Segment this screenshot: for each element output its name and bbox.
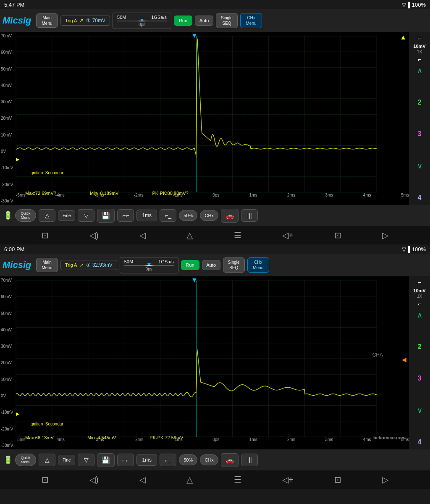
toolbar-2: Micsig MainMenu Trig A ↗ ① 32.93mV 50M 1… [0, 254, 430, 276]
arrow-right-2: ◀ [402, 356, 406, 363]
quick-menu-btn-2[interactable]: QuickMenu [15, 454, 36, 466]
back-icon-1[interactable]: ◁ [139, 230, 146, 240]
fine-btn-2[interactable]: Fine [58, 455, 75, 465]
auto-btn-1[interactable]: Auto [195, 16, 213, 26]
down-btn-1[interactable]: ▽ [78, 209, 94, 222]
screenshot-icon-1[interactable]: ⊡ [42, 230, 49, 240]
pw-btn-2[interactable]: ⌐⌐ [117, 454, 134, 466]
down-btn-2[interactable]: ▽ [78, 454, 94, 466]
trig-arrow-2: ↗ [79, 262, 84, 268]
timebase-line-2 [124, 265, 174, 266]
tb-right-1: 1GSa/s [151, 15, 167, 20]
trig-value-1: ① 70mV [86, 18, 105, 24]
ch2-num-1[interactable]: 2 [416, 97, 423, 108]
battery-icon-btn-2[interactable]: 🔋 [3, 455, 13, 465]
chx-menu-btn-1[interactable]: CHxMenu [240, 13, 262, 28]
fine-btn-1[interactable]: Fine [58, 210, 75, 221]
run-btn-1[interactable]: Run [174, 16, 192, 26]
auto-btn-2[interactable]: Auto [202, 260, 220, 270]
vol-up-icon-2[interactable]: ◁+ [282, 475, 294, 485]
brand-2: Micsig [3, 260, 32, 270]
android-nav-1: ⊡ ◁) ◁ △ ☰ ◁+ ⊡ ▷ [0, 226, 430, 244]
chx-menu-btn-2[interactable]: CHxMenu [247, 257, 269, 273]
tb-left-2: 50M [124, 259, 133, 264]
up-btn-2[interactable]: △ [39, 454, 55, 466]
bars-btn-1[interactable]: ||| [241, 209, 258, 222]
single-seq-btn-1[interactable]: SingleSEQ [216, 13, 238, 28]
ch4-num-1[interactable]: 4 [416, 192, 423, 203]
scope-canvas-1[interactable] [0, 32, 380, 205]
sine-btn-2[interactable]: ⌐_ [160, 454, 176, 466]
scope-sidebar-2: ⌐ 10mV 1X ⌐ ∧ 2 3 ∨ 4 [409, 276, 430, 449]
vol-down-icon-2[interactable]: ◁) [89, 475, 99, 485]
pw-btn-1[interactable]: ⌐⌐ [117, 209, 134, 222]
timebase-line-1 [117, 21, 167, 21]
percent-btn-1[interactable]: 50% [179, 210, 197, 221]
run-btn-2[interactable]: Run [181, 260, 199, 270]
single-seq-btn-2[interactable]: SingleSEQ [223, 257, 245, 273]
signal-label-1: Ignition_Secondar [29, 171, 63, 175]
screenshot-icon-2[interactable]: ⊡ [42, 475, 49, 485]
screen1: 5:47 PM ▽ ▌100% Micsig MainMenu Trig A ↗… [0, 0, 430, 244]
wave-icon-1: ⌐ [417, 34, 422, 43]
status-time-1: 5:47 PM [4, 2, 24, 8]
signal-label-2: Ignition_Secondar [29, 422, 63, 426]
time-btn-1[interactable]: 1ms [136, 210, 157, 221]
screen2: 6:00 PM ▽ ▌100% Micsig MainMenu Trig A ↗… [0, 244, 430, 489]
main-menu-btn-2[interactable]: MainMenu [36, 258, 58, 272]
menu-icon-1[interactable]: ☰ [234, 230, 241, 240]
ch3-num-1[interactable]: 3 [416, 129, 423, 139]
tb-left-1: 50M [117, 15, 126, 20]
y-labels-1: 70mV 60mV 50mV 40mV 30mV 20mV 10mV 0V -1… [1, 32, 16, 205]
ch3-num-2[interactable]: 3 [416, 373, 423, 384]
save-btn-1[interactable]: 💾 [97, 209, 115, 223]
battery-icon-btn-1[interactable]: 🔋 [3, 211, 13, 220]
time-btn-2[interactable]: 1ms [136, 454, 157, 466]
chevron-down-1[interactable]: ∨ [415, 160, 424, 172]
stat-max-1: Max:72.69mV? [25, 191, 56, 196]
up-btn-1[interactable]: △ [39, 209, 55, 222]
trig-marker-1: ▼ [191, 32, 198, 39]
ch4-num-2[interactable]: 4 [416, 437, 423, 448]
tb-right-2: 1GSa/s [158, 259, 174, 264]
vol-down-icon-1[interactable]: ◁) [89, 230, 99, 240]
ch2-num-2[interactable]: 2 [416, 341, 423, 352]
quick-menu-btn-1[interactable]: QuickMenu [15, 209, 36, 222]
chx-btn-2[interactable]: CHx [200, 454, 218, 465]
wave-icon2-2: ⌐ [417, 299, 422, 308]
vol-up-icon-1[interactable]: ◁+ [282, 230, 294, 240]
back-icon-2[interactable]: ◁ [139, 475, 146, 485]
play-icon-1[interactable]: ▷ [382, 230, 388, 240]
chx-btn-1[interactable]: CHx [200, 210, 218, 221]
cha-label: CHA [371, 351, 385, 359]
ch1-probe-2: 1X [417, 294, 422, 299]
cast-icon-1[interactable]: ⊡ [334, 230, 341, 240]
chevron-down-2[interactable]: ∨ [415, 404, 424, 417]
status-right-1: ▽ ▌100% [402, 2, 426, 8]
sine-btn-1[interactable]: ⌐_ [160, 209, 176, 222]
chevron-up-2[interactable]: ∧ [415, 309, 424, 321]
ch1-zero-1: ▶ [16, 156, 19, 162]
menu-icon-2[interactable]: ☰ [234, 475, 241, 485]
trig-label-1: Trig A [65, 18, 77, 23]
save-btn-2[interactable]: 💾 [97, 453, 115, 467]
home-icon-2[interactable]: △ [186, 475, 193, 485]
home-icon-1[interactable]: △ [186, 230, 193, 240]
timebase-marker-2 [147, 263, 151, 266]
chevron-up-1[interactable]: ∧ [415, 64, 424, 77]
scope-sidebar-1: ⌐ 10mV 1X ⌐ ∧ 2 3 ∨ 4 [409, 32, 430, 205]
android-nav-2: ⊡ ◁) ◁ △ ☰ ◁+ ⊡ ▷ [0, 470, 430, 489]
signal-icon-2: ▽ [402, 246, 406, 252]
bars-btn-2[interactable]: ||| [241, 454, 258, 466]
main-menu-btn-1[interactable]: MainMenu [36, 13, 58, 28]
play-icon-2[interactable]: ▷ [382, 475, 388, 485]
timebase-marker-1 [140, 19, 144, 21]
percent-btn-2[interactable]: 50% [179, 454, 197, 465]
stats-area-2: Max:68.13mV Min:-4.545mV PK-PK:72.59mV [25, 435, 183, 440]
car-btn-1[interactable]: 🚗 [221, 209, 239, 223]
signal-icon-1: ▽ [402, 2, 406, 8]
trig-label-2: Trig A [65, 262, 77, 268]
car-btn-2[interactable]: 🚗 [221, 453, 239, 467]
watermark-2: bekomcar.com [373, 435, 406, 440]
cast-icon-2[interactable]: ⊡ [334, 475, 341, 485]
